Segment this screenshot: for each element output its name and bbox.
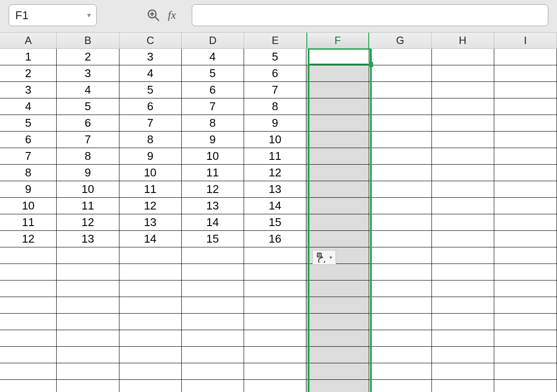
cell-C20[interactable] xyxy=(119,363,182,379)
cell-I2[interactable] xyxy=(494,65,557,81)
cell-A6[interactable]: 6 xyxy=(0,132,57,148)
zoom-in-icon[interactable] xyxy=(146,7,161,23)
cell-F4[interactable] xyxy=(306,98,369,115)
cell-C4[interactable]: 6 xyxy=(119,98,182,115)
cell-H10[interactable] xyxy=(432,198,494,214)
cell-H13[interactable] xyxy=(432,247,494,264)
cell-D18[interactable] xyxy=(182,330,244,346)
cell-A3[interactable]: 3 xyxy=(0,82,57,98)
cell-H17[interactable] xyxy=(432,314,494,330)
cell-H20[interactable] xyxy=(432,363,494,379)
cell-F9[interactable] xyxy=(306,181,369,197)
cell-C10[interactable]: 12 xyxy=(119,198,182,214)
cell-H12[interactable] xyxy=(432,231,494,247)
cell-C16[interactable] xyxy=(119,297,182,313)
cell-H15[interactable] xyxy=(432,280,494,297)
cell-I14[interactable] xyxy=(494,264,557,280)
cell-D21[interactable] xyxy=(182,380,244,392)
cell-A18[interactable] xyxy=(0,330,57,346)
cell-C1[interactable]: 3 xyxy=(119,49,182,65)
cell-H16[interactable] xyxy=(432,297,494,313)
cell-A13[interactable] xyxy=(0,247,57,264)
cell-D4[interactable]: 7 xyxy=(182,98,244,115)
cell-B4[interactable]: 5 xyxy=(57,98,119,115)
cell-A5[interactable]: 5 xyxy=(0,115,57,131)
cell-G1[interactable] xyxy=(369,49,431,65)
cell-F19[interactable] xyxy=(306,347,369,363)
cell-A9[interactable]: 9 xyxy=(0,181,57,197)
cell-E13[interactable] xyxy=(244,247,306,264)
cell-C9[interactable]: 11 xyxy=(119,181,182,197)
cell-H2[interactable] xyxy=(432,65,494,81)
cell-E8[interactable]: 12 xyxy=(244,165,306,181)
cell-B15[interactable] xyxy=(57,280,119,297)
cell-C2[interactable]: 4 xyxy=(119,65,182,81)
cell-B11[interactable]: 12 xyxy=(57,214,119,230)
cell-B21[interactable] xyxy=(57,380,119,392)
cell-B7[interactable]: 8 xyxy=(57,148,119,164)
cell-C18[interactable] xyxy=(119,330,182,346)
cell-G15[interactable] xyxy=(369,280,431,297)
cell-A14[interactable] xyxy=(0,264,57,280)
cell-F17[interactable] xyxy=(306,314,369,330)
cell-H9[interactable] xyxy=(432,181,494,197)
cell-H11[interactable] xyxy=(432,214,494,230)
cell-F21[interactable] xyxy=(306,380,369,392)
cell-F2[interactable] xyxy=(306,65,369,81)
cell-I13[interactable] xyxy=(494,247,557,264)
cell-I21[interactable] xyxy=(494,380,557,392)
cell-F7[interactable] xyxy=(306,148,369,164)
column-header-G[interactable]: G xyxy=(369,33,431,48)
cell-H3[interactable] xyxy=(432,82,494,98)
cell-F14[interactable] xyxy=(306,264,369,280)
cell-D6[interactable]: 9 xyxy=(182,132,244,148)
cell-I19[interactable] xyxy=(494,347,557,363)
fill-handle[interactable] xyxy=(369,62,373,67)
cell-G5[interactable] xyxy=(369,115,431,131)
cell-I9[interactable] xyxy=(494,181,557,197)
spreadsheet-grid[interactable]: A B C D E F G H I 1234523456345674567856… xyxy=(0,32,557,392)
cell-E9[interactable]: 13 xyxy=(244,181,306,197)
cell-H19[interactable] xyxy=(432,347,494,363)
cell-G20[interactable] xyxy=(369,363,431,379)
cell-B1[interactable]: 2 xyxy=(57,49,119,65)
cell-C7[interactable]: 9 xyxy=(119,148,182,164)
cell-H18[interactable] xyxy=(432,330,494,346)
cell-F16[interactable] xyxy=(306,297,369,313)
cell-E4[interactable]: 8 xyxy=(244,98,306,115)
cell-D12[interactable]: 15 xyxy=(182,231,244,247)
cell-C3[interactable]: 5 xyxy=(119,82,182,98)
cell-G9[interactable] xyxy=(369,181,431,197)
cell-B6[interactable]: 7 xyxy=(57,132,119,148)
cell-B20[interactable] xyxy=(57,363,119,379)
cell-I5[interactable] xyxy=(494,115,557,131)
cell-I16[interactable] xyxy=(494,297,557,313)
cell-D16[interactable] xyxy=(182,297,244,313)
cell-E11[interactable]: 15 xyxy=(244,214,306,230)
cell-B18[interactable] xyxy=(57,330,119,346)
cell-D13[interactable] xyxy=(182,247,244,264)
cell-G13[interactable] xyxy=(369,247,431,264)
cell-D17[interactable] xyxy=(182,314,244,330)
column-header-F[interactable]: F xyxy=(306,33,369,48)
cell-E1[interactable]: 5 xyxy=(244,49,306,65)
cell-E7[interactable]: 11 xyxy=(244,148,306,164)
cell-H8[interactable] xyxy=(432,165,494,181)
cell-B8[interactable]: 9 xyxy=(57,165,119,181)
cell-E6[interactable]: 10 xyxy=(244,132,306,148)
cell-B14[interactable] xyxy=(57,264,119,280)
cell-D10[interactable]: 13 xyxy=(182,198,244,214)
cell-A16[interactable] xyxy=(0,297,57,313)
cell-E16[interactable] xyxy=(244,297,306,313)
cell-I11[interactable] xyxy=(494,214,557,230)
column-header-B[interactable]: B xyxy=(57,33,119,48)
cell-G10[interactable] xyxy=(369,198,431,214)
cell-A12[interactable]: 12 xyxy=(0,231,57,247)
cell-F20[interactable] xyxy=(306,363,369,379)
cell-B12[interactable]: 13 xyxy=(57,231,119,247)
cell-I7[interactable] xyxy=(494,148,557,164)
cell-F11[interactable] xyxy=(306,214,369,230)
cell-F6[interactable] xyxy=(306,132,369,148)
cell-B17[interactable] xyxy=(57,314,119,330)
cell-I8[interactable] xyxy=(494,165,557,181)
